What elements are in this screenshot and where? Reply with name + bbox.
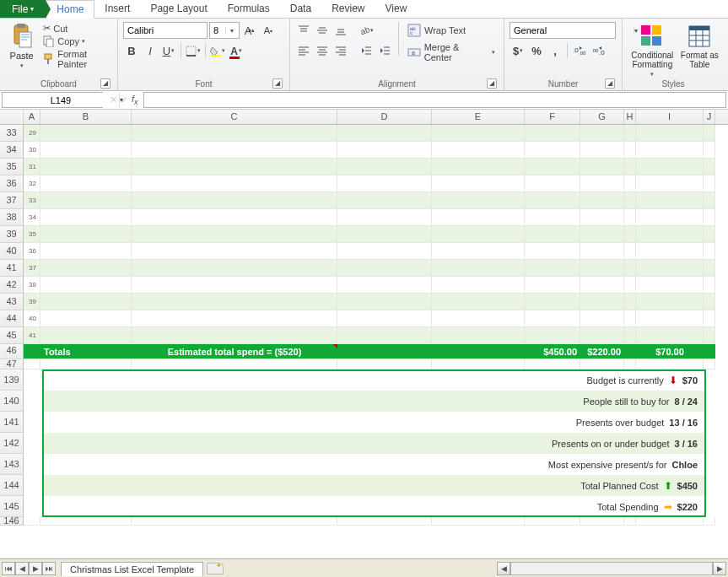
cell[interactable] (132, 125, 337, 142)
cell[interactable]: 31 (24, 159, 40, 175)
cell[interactable] (432, 327, 525, 344)
align-left-button[interactable] (295, 42, 312, 59)
wrap-text-button[interactable]: abcWrap Text (404, 22, 499, 39)
row-header[interactable]: 44 (0, 310, 24, 327)
cell[interactable] (432, 226, 525, 243)
cell[interactable]: 36 (24, 243, 40, 260)
row-header[interactable]: 47 (0, 359, 24, 369)
cell[interactable] (624, 294, 636, 310)
cell[interactable] (636, 327, 704, 344)
alignment-dialog-launcher[interactable]: ◢ (487, 78, 497, 89)
tab-data[interactable]: Data (280, 0, 321, 18)
decrease-decimal-button[interactable]: .00.0 (590, 42, 607, 59)
cell[interactable] (580, 260, 624, 277)
cell[interactable] (337, 209, 432, 226)
fill-color-button[interactable] (209, 42, 226, 59)
cell[interactable] (132, 243, 337, 260)
new-sheet-button[interactable] (207, 563, 224, 574)
format-painter-button[interactable]: Format Painter (41, 48, 112, 70)
font-name-combo[interactable]: ▾ (123, 22, 208, 39)
increase-decimal-button[interactable]: .0.00 (571, 42, 588, 59)
underline-button[interactable]: U (160, 42, 177, 59)
sheet-nav-prev[interactable]: ◀ (15, 562, 29, 575)
sheet-nav-last[interactable]: ⏭ (42, 562, 56, 575)
conditional-formatting-button[interactable]: Conditional Formatting▾ (628, 22, 677, 78)
cell[interactable] (432, 209, 525, 226)
cell[interactable] (624, 192, 636, 209)
cell[interactable] (704, 142, 715, 159)
cell[interactable] (580, 142, 624, 159)
sheet-nav-next[interactable]: ▶ (29, 562, 42, 575)
cell[interactable] (580, 209, 624, 226)
tab-home[interactable]: Home (46, 0, 94, 19)
cell[interactable] (337, 294, 432, 310)
cell[interactable] (525, 175, 580, 192)
align-top-button[interactable] (295, 22, 312, 39)
cell[interactable] (636, 226, 704, 243)
clipboard-dialog-launcher[interactable]: ◢ (100, 78, 111, 89)
cell[interactable] (40, 243, 132, 260)
totals-label[interactable]: Totals (40, 344, 132, 359)
cell[interactable] (525, 192, 580, 209)
row-header[interactable]: 35 (0, 159, 24, 175)
cell[interactable] (624, 243, 636, 260)
cell[interactable]: 35 (24, 226, 40, 243)
cell[interactable] (40, 294, 132, 310)
cell[interactable] (432, 310, 525, 327)
cell[interactable] (132, 327, 337, 344)
cell[interactable] (580, 327, 624, 344)
borders-button[interactable] (185, 42, 202, 59)
cell[interactable] (580, 277, 624, 294)
cell[interactable] (432, 192, 525, 209)
row-header[interactable]: 39 (0, 226, 24, 243)
cell[interactable] (40, 175, 132, 192)
paste-button[interactable]: Paste ▾ (5, 22, 38, 69)
formula-bar[interactable] (143, 92, 726, 108)
hscroll-left[interactable]: ◀ (497, 562, 510, 575)
cell[interactable] (525, 277, 580, 294)
cell[interactable] (704, 159, 715, 175)
cell[interactable] (636, 260, 704, 277)
align-bottom-button[interactable] (332, 22, 349, 39)
cell[interactable]: 41 (24, 327, 40, 344)
cell[interactable] (704, 310, 715, 327)
cell[interactable] (580, 125, 624, 142)
cell[interactable] (624, 142, 636, 159)
italic-button[interactable]: I (142, 42, 159, 59)
cell[interactable] (525, 125, 580, 142)
shrink-font-button[interactable]: A▾ (260, 22, 277, 39)
cell[interactable] (432, 142, 525, 159)
row-header[interactable]: 146 (0, 517, 24, 526)
cell[interactable] (636, 142, 704, 159)
row-header[interactable]: 33 (0, 125, 24, 142)
sheet-tab-active[interactable]: Christmas List Excel Template (61, 562, 203, 576)
row-header[interactable]: 38 (0, 209, 24, 226)
totals-g[interactable]: $220.00 (580, 344, 624, 359)
cell[interactable] (624, 310, 636, 327)
cell[interactable] (525, 310, 580, 327)
cell[interactable] (337, 125, 432, 142)
row-header[interactable]: 42 (0, 277, 24, 294)
cell[interactable] (624, 159, 636, 175)
cell[interactable] (432, 159, 525, 175)
cell[interactable]: 40 (24, 310, 40, 327)
cell[interactable] (337, 243, 432, 260)
cell[interactable] (624, 226, 636, 243)
row-header[interactable]: 37 (0, 192, 24, 209)
hscroll-track[interactable] (510, 562, 713, 575)
cell[interactable] (580, 159, 624, 175)
increase-indent-button[interactable] (376, 42, 393, 59)
cell[interactable] (704, 209, 715, 226)
cell[interactable] (337, 310, 432, 327)
cell[interactable] (704, 260, 715, 277)
cell[interactable] (704, 277, 715, 294)
cell[interactable] (40, 226, 132, 243)
merge-center-button[interactable]: aMerge & Center ▾ (404, 40, 499, 64)
cell[interactable] (636, 294, 704, 310)
cell[interactable] (580, 310, 624, 327)
totals-estimate[interactable]: Estimated total spend = ($520) (132, 344, 337, 359)
cell[interactable]: 38 (24, 277, 40, 294)
cell[interactable] (624, 327, 636, 344)
cell[interactable]: 29 (24, 125, 40, 142)
tab-page-layout[interactable]: Page Layout (140, 0, 217, 18)
